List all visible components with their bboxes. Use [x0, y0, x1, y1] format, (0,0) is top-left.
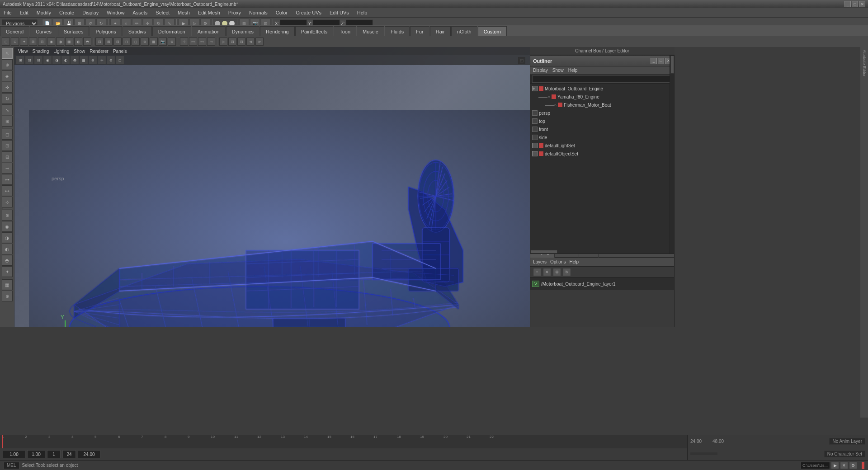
layer-visibility[interactable]: V: [532, 281, 539, 287]
tab-custom[interactable]: Custom: [478, 26, 507, 36]
menu-create-uvs[interactable]: Create UVs: [294, 10, 323, 15]
tool-5[interactable]: ↻: [2, 93, 13, 104]
range-end-field[interactable]: [78, 450, 100, 458]
tab-muscle[interactable]: Muscle: [357, 26, 384, 36]
menu-assets[interactable]: Assets: [131, 10, 149, 15]
menu-color[interactable]: Color: [274, 10, 289, 15]
tool-12[interactable]: ⊶: [2, 174, 13, 185]
tool-10[interactable]: ⊟: [2, 151, 13, 162]
tab-ncloth[interactable]: nCloth: [451, 26, 477, 36]
vp-menu-lighting[interactable]: Lighting: [53, 49, 69, 54]
script-clear-btn[interactable]: ✕: [840, 462, 848, 469]
vp-tb-2[interactable]: ⊡: [25, 56, 33, 64]
vp-tb-3[interactable]: ⊟: [34, 56, 42, 64]
menu-window[interactable]: Window: [105, 10, 126, 15]
outliner-item-side[interactable]: side: [530, 133, 674, 141]
menu-edit-uvs[interactable]: Edit UVs: [328, 10, 351, 15]
tool-snap3-icon[interactable]: ⊷: [198, 38, 206, 46]
tool-cv-icon[interactable]: ◻: [132, 38, 140, 46]
tool-13[interactable]: ⊷: [2, 185, 13, 196]
tool-texture-icon[interactable]: ▦: [65, 38, 73, 46]
tool-shaded-icon[interactable]: ◉: [47, 38, 55, 46]
outliner-search-bar[interactable]: [530, 75, 674, 84]
tool-9[interactable]: ⊡: [2, 140, 13, 151]
vp-tb-4[interactable]: ◉: [43, 56, 52, 64]
outliner-v-thumb[interactable]: [670, 56, 674, 74]
outliner-v-scrollbar[interactable]: [670, 56, 674, 254]
tab-general[interactable]: General: [0, 26, 29, 36]
tool-22[interactable]: ⊕: [2, 291, 13, 301]
vp-menu-renderer[interactable]: Renderer: [90, 49, 108, 54]
tool-joint-icon[interactable]: ⊟: [113, 38, 122, 46]
current-tick-field[interactable]: [47, 450, 61, 458]
outliner-maximize[interactable]: □: [658, 58, 664, 64]
outliner-item-persp[interactable]: persp: [530, 109, 674, 117]
current-time-field[interactable]: [3, 450, 25, 458]
menu-mesh[interactable]: Mesh: [176, 10, 192, 15]
tool-locator-icon[interactable]: ⊕: [141, 38, 149, 46]
layer-new-icon[interactable]: +: [533, 268, 541, 276]
tab-polygons[interactable]: Polygons: [90, 26, 122, 36]
script-run-btn[interactable]: ▶: [831, 462, 839, 469]
no-char-set-label[interactable]: No Character Set: [824, 451, 865, 457]
tool-snap2-icon[interactable]: ⊶: [189, 38, 197, 46]
vp-tb-7[interactable]: ◓: [71, 56, 79, 64]
out-menu-display[interactable]: Display: [533, 68, 548, 73]
tab-animation[interactable]: Animation: [192, 26, 226, 36]
layer-refresh-icon[interactable]: ↻: [563, 268, 571, 276]
expand-icon[interactable]: +: [532, 86, 538, 91]
layer-subtab-options[interactable]: Options: [550, 259, 566, 264]
tool-camera2-icon[interactable]: 📷: [159, 38, 167, 46]
script-options-btn[interactable]: ⚙: [849, 462, 857, 469]
tool-extra1-icon[interactable]: ▷: [219, 38, 227, 46]
vp-tb-8[interactable]: ▦: [80, 56, 88, 64]
tool-21[interactable]: ▦: [2, 279, 13, 290]
layer-item-1[interactable]: V /Motorboat_Outboard_Engine_layer1: [532, 279, 672, 288]
vp-menu-show[interactable]: Show: [74, 49, 85, 54]
outliner-item-motorboat[interactable]: + Motorboat_Outboard_Engine: [530, 85, 674, 93]
menu-proxy[interactable]: Proxy: [226, 10, 243, 15]
tool-17[interactable]: ◑: [2, 232, 13, 243]
tool-4[interactable]: ✛: [2, 82, 13, 93]
tool-grid2-icon[interactable]: ▦: [150, 38, 158, 46]
close-button[interactable]: ✕: [859, 1, 865, 7]
outliner-h-thumb[interactable]: [530, 250, 557, 254]
menu-edit[interactable]: Edit: [18, 10, 30, 15]
tool-shadow-icon[interactable]: ◐: [74, 38, 82, 46]
tool-lasso-icon[interactable]: ⊙: [11, 38, 19, 46]
tab-fur[interactable]: Fur: [410, 26, 429, 36]
tool-20[interactable]: ✦: [2, 266, 13, 277]
tool-19[interactable]: ◓: [2, 255, 13, 266]
outliner-item-fisherman[interactable]: ——○ Fisherman_Motor_Boat: [530, 101, 674, 109]
tool-14[interactable]: ⊹: [2, 197, 13, 207]
select-tool[interactable]: ↖: [2, 48, 13, 59]
out-menu-help[interactable]: Help: [568, 68, 578, 73]
vp-tb-9[interactable]: ⊕: [89, 56, 97, 64]
vp-tb-5[interactable]: ◑: [52, 56, 61, 64]
tool-extra3-icon[interactable]: ⊟: [237, 38, 245, 46]
vp-tb-10[interactable]: ✛: [98, 56, 106, 64]
tool-6[interactable]: ⤡: [2, 104, 13, 115]
maximize-button[interactable]: □: [852, 1, 858, 7]
menu-help[interactable]: Help: [355, 10, 369, 15]
range-start-field[interactable]: [27, 450, 45, 458]
tool-2[interactable]: ⊕: [2, 59, 13, 70]
menu-edit-mesh[interactable]: Edit Mesh: [196, 10, 222, 15]
no-anim-layer-label[interactable]: No Anim Layer: [829, 438, 865, 445]
3d-viewport[interactable]: X Y Z persp ◱: [14, 47, 530, 327]
out-menu-show[interactable]: Show: [552, 68, 564, 73]
menu-select[interactable]: Select: [154, 10, 171, 15]
tab-subdivs[interactable]: Subdivs: [123, 26, 152, 36]
attribute-editor-tab[interactable]: Attribute Editor: [861, 48, 868, 79]
tool-paint-icon[interactable]: ✦: [20, 38, 28, 46]
vp-menu-panels[interactable]: Panels: [113, 49, 127, 54]
menu-normals[interactable]: Normals: [247, 10, 269, 15]
vp-menu-shading[interactable]: Shading: [33, 49, 49, 54]
tool-snap1-icon[interactable]: ⊹: [180, 38, 188, 46]
layer-subtab-help[interactable]: Help: [569, 259, 579, 264]
layer-subtab-layers[interactable]: Layers: [533, 259, 547, 264]
menu-display[interactable]: Display: [80, 10, 100, 15]
vp-tb-1[interactable]: ⊞: [16, 56, 24, 64]
outliner-item-front[interactable]: front: [530, 125, 674, 133]
menu-modify[interactable]: Modify: [35, 10, 53, 15]
